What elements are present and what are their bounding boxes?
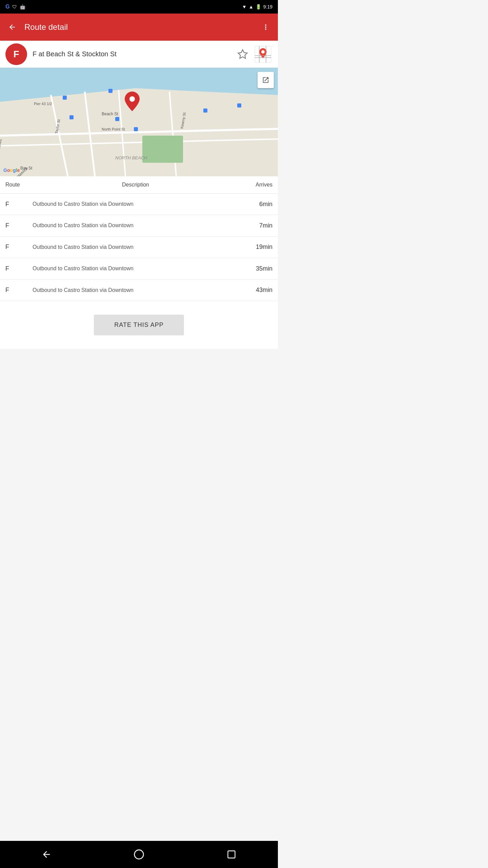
svg-rect-33 — [115, 117, 119, 121]
svg-text:NORTH BEACH: NORTH BEACH — [115, 155, 147, 160]
route-column-header: Route — [5, 182, 33, 188]
routes-table: Route Description Arrives F Outbound to … — [0, 176, 278, 301]
svg-rect-35 — [237, 103, 241, 107]
favorite-button[interactable] — [235, 46, 251, 62]
svg-marker-0 — [238, 50, 247, 58]
svg-rect-36 — [134, 127, 138, 131]
svg-text:Beach St: Beach St — [102, 112, 118, 116]
table-row[interactable]: F Outbound to Castro Station via Downtow… — [0, 258, 278, 279]
svg-point-3 — [261, 50, 265, 54]
arrives-cell: 43min — [239, 287, 272, 294]
app-bar-title: Route detail — [24, 22, 253, 32]
table-header: Route Description Arrives — [0, 176, 278, 194]
map-view[interactable]: Taylor St Beach St North Point St Kearny… — [0, 68, 278, 176]
route-name: F at Beach St & Stockton St — [33, 50, 229, 58]
android-icon: 🤖 — [20, 4, 25, 9]
arrives-cell: 6min — [239, 201, 272, 208]
app-bar: Route detail — [0, 14, 278, 41]
description-cell: Outbound to Castro Station via Downtown — [33, 265, 239, 272]
route-cell: F — [5, 243, 33, 251]
status-bar-right: ▼ ▲ 🔋 9:19 — [242, 4, 272, 9]
time-display: 9:19 — [263, 4, 272, 9]
route-cell: F — [5, 265, 33, 272]
arrives-cell: 7min — [239, 222, 272, 229]
route-actions — [235, 45, 272, 64]
shield-icon: 🛡 — [12, 4, 17, 9]
arrives-cell: 19min — [239, 243, 272, 251]
arrives-cell: 35min — [239, 265, 272, 272]
expand-map-button[interactable] — [258, 72, 274, 88]
svg-rect-32 — [69, 115, 74, 119]
svg-text:Pier 43 1/2: Pier 43 1/2 — [34, 102, 52, 106]
svg-rect-30 — [108, 89, 113, 93]
more-options-button[interactable] — [259, 20, 272, 34]
svg-text:North Point St: North Point St — [102, 127, 125, 131]
route-cell: F — [5, 222, 33, 229]
table-row[interactable]: F Outbound to Castro Station via Downtow… — [0, 215, 278, 236]
arrives-column-header: Arrives — [239, 182, 272, 188]
wifi-icon: ▲ — [249, 4, 253, 9]
svg-point-29 — [129, 96, 135, 102]
description-cell: Outbound to Castro Station via Downtown — [33, 222, 239, 229]
status-bar: G 🛡 🤖 ▼ ▲ 🔋 9:19 — [0, 0, 278, 14]
svg-rect-31 — [63, 96, 67, 100]
table-row[interactable]: F Outbound to Castro Station via Downtow… — [0, 280, 278, 301]
description-cell: Outbound to Castro Station via Downtown — [33, 287, 239, 294]
status-bar-left: G 🛡 🤖 — [5, 4, 25, 10]
rate-app-button[interactable]: RATE THIS APP — [94, 315, 184, 335]
description-cell: Outbound to Castro Station via Downtown — [33, 200, 239, 208]
description-cell: Outbound to Castro Station via Downtown — [33, 243, 239, 251]
google-g-icon: G — [5, 4, 9, 10]
table-row[interactable]: F Outbound to Castro Station via Downtow… — [0, 194, 278, 215]
svg-rect-34 — [203, 108, 207, 113]
signal-icon: ▼ — [242, 4, 247, 9]
description-column-header: Description — [33, 182, 239, 188]
table-row[interactable]: F Outbound to Castro Station via Downtow… — [0, 237, 278, 258]
open-maps-button[interactable] — [253, 45, 272, 64]
back-button[interactable] — [5, 20, 19, 34]
route-cell: F — [5, 287, 33, 294]
battery-icon: 🔋 — [256, 4, 261, 9]
rate-app-container: RATE THIS APP — [0, 301, 278, 349]
route-cell: F — [5, 201, 33, 208]
route-header: F F at Beach St & Stockton St — [0, 41, 278, 68]
svg-rect-17 — [142, 136, 183, 163]
route-badge: F — [5, 43, 27, 65]
google-logo: Google — [3, 167, 20, 173]
